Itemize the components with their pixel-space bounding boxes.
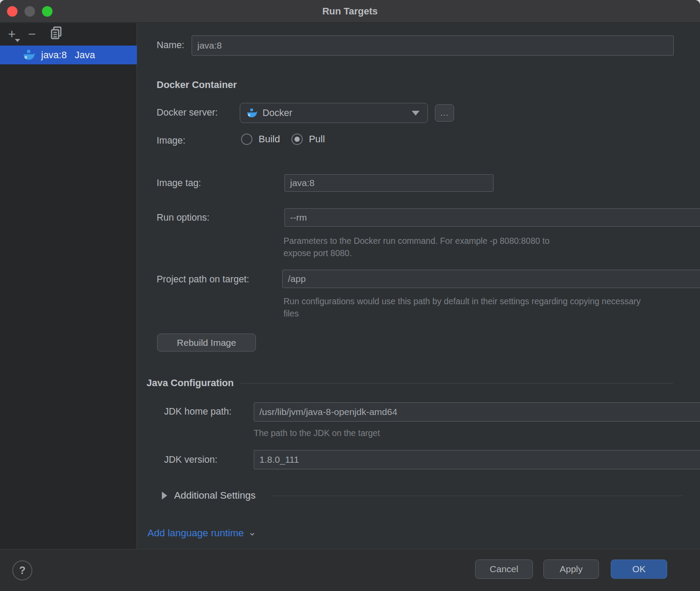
browse-docker-server-button[interactable]: ... xyxy=(435,104,454,122)
add-target-button[interactable]: + xyxy=(2,25,22,43)
image-label: Image: xyxy=(157,135,186,146)
docker-server-label: Docker server: xyxy=(157,107,218,118)
jdk-home-path-input[interactable] xyxy=(254,402,700,422)
run-options-help: Parameters to the Docker run command. Fo… xyxy=(284,235,607,259)
additional-settings-expander[interactable]: Additional Settings xyxy=(162,490,682,501)
jdk-home-help: The path to the JDK on the target xyxy=(254,427,516,439)
chevron-down-icon xyxy=(412,111,420,116)
section-divider-line xyxy=(241,383,673,383)
copy-target-button[interactable] xyxy=(46,25,66,43)
image-mode-radio-group: Build Pull xyxy=(241,134,325,145)
docker-whale-icon xyxy=(23,49,36,61)
add-language-runtime-link[interactable]: Add language runtime ⌄ xyxy=(147,528,256,539)
traffic-lights xyxy=(7,0,52,23)
radio-pull[interactable]: Pull xyxy=(291,134,325,145)
target-name: java:8 xyxy=(41,49,67,61)
titlebar: Run Targets xyxy=(0,0,700,23)
docker-server-select[interactable]: Docker xyxy=(240,103,428,123)
jdk-version-label: JDK version: xyxy=(164,454,217,465)
image-tag-input[interactable] xyxy=(284,174,494,192)
remove-target-button[interactable]: − xyxy=(22,25,42,43)
jdk-version-input[interactable] xyxy=(254,450,700,469)
question-mark-icon: ? xyxy=(19,564,26,577)
targets-sidebar: + − xyxy=(0,23,137,549)
image-tag-label: Image tag: xyxy=(157,178,201,189)
target-type: Java xyxy=(75,49,95,61)
apply-button[interactable]: Apply xyxy=(543,559,599,579)
target-settings-panel: Name: Docker Container Docker server: Do… xyxy=(137,23,700,549)
window-title: Run Targets xyxy=(322,6,378,17)
java-configuration-section-header: Java Configuration xyxy=(147,377,673,389)
radio-build-circle-icon xyxy=(241,134,252,145)
target-list-item-java8[interactable]: java:8 Java xyxy=(0,46,137,64)
project-path-help: Run configurations would use this path b… xyxy=(284,295,700,320)
run-targets-dialog: Run Targets + − xyxy=(0,0,700,591)
docker-container-section-header: Docker Container xyxy=(157,79,419,91)
zoom-window-button[interactable] xyxy=(42,6,52,17)
close-window-button[interactable] xyxy=(7,6,18,17)
expand-triangle-icon xyxy=(162,492,167,500)
project-path-label: Project path on target: xyxy=(157,274,249,285)
name-label: Name: xyxy=(157,40,184,51)
project-path-input[interactable] xyxy=(282,270,700,288)
section-divider-line xyxy=(273,496,682,496)
rebuild-image-button[interactable]: Rebuild Image xyxy=(157,334,256,352)
jdk-home-path-label: JDK home path: xyxy=(164,406,231,417)
add-dropdown-caret-icon xyxy=(15,39,20,42)
minimize-window-button[interactable] xyxy=(24,6,35,17)
remove-icon: − xyxy=(28,28,36,41)
dialog-footer: ? Cancel Apply OK xyxy=(0,549,700,591)
chevron-down-icon: ⌄ xyxy=(248,527,256,538)
docker-whale-icon xyxy=(246,108,258,118)
radio-pull-circle-icon xyxy=(291,134,303,145)
radio-build[interactable]: Build xyxy=(241,134,280,145)
ok-button[interactable]: OK xyxy=(611,559,667,579)
name-input[interactable] xyxy=(192,35,674,56)
docker-server-value: Docker xyxy=(262,108,412,119)
copy-icon xyxy=(50,26,63,42)
cancel-button[interactable]: Cancel xyxy=(475,559,533,579)
run-options-input[interactable] xyxy=(284,208,700,227)
help-button[interactable]: ? xyxy=(12,560,32,580)
sidebar-toolbar: + − xyxy=(0,23,136,45)
run-options-label: Run options: xyxy=(157,212,210,223)
